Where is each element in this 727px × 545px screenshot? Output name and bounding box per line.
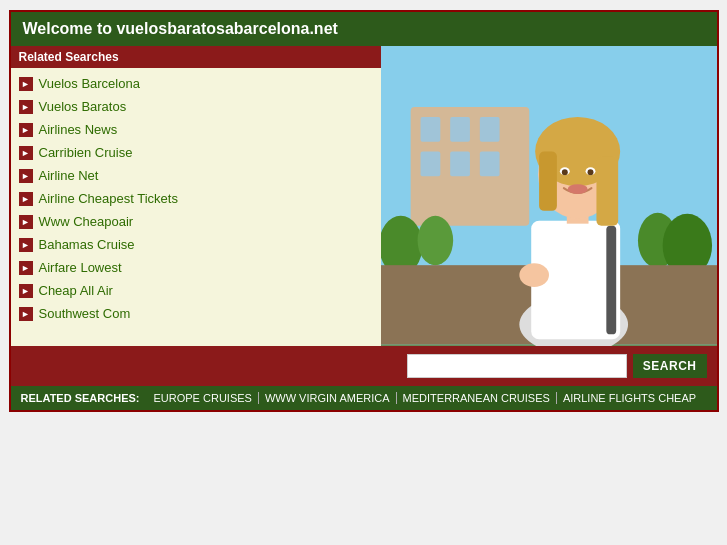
svg-rect-2 (420, 117, 440, 142)
svg-point-25 (567, 184, 587, 194)
arrow-icon: ► (19, 100, 33, 114)
right-panel (381, 46, 717, 346)
arrow-icon: ► (19, 146, 33, 160)
list-item[interactable]: ► Airline Cheapest Tickets (11, 187, 381, 210)
arrow-icon: ► (19, 123, 33, 137)
site-header: Welcome to vuelosbaratosabarcelona.net (11, 12, 717, 46)
list-item[interactable]: ► Airline Net (11, 164, 381, 187)
search-input[interactable] (407, 354, 627, 378)
svg-rect-3 (450, 117, 470, 142)
arrow-icon: ► (19, 169, 33, 183)
svg-point-23 (561, 169, 567, 175)
related-searches-header: Related Searches (11, 46, 381, 68)
site-title: Welcome to vuelosbaratosabarcelona.net (23, 20, 338, 37)
list-item[interactable]: ► Southwest Com (11, 302, 381, 325)
footer-bar: RELATED SEARCHES: EUROPE CRUISES WWW VIR… (11, 386, 717, 410)
list-item[interactable]: ► Bahamas Cruise (11, 233, 381, 256)
list-item[interactable]: ► Airfare Lowest (11, 256, 381, 279)
list-item[interactable]: ► Vuelos Baratos (11, 95, 381, 118)
svg-point-24 (587, 169, 593, 175)
footer-link-mediterranean-cruises[interactable]: MEDITERRANEAN CRUISES (397, 392, 557, 404)
list-item[interactable]: ► Airlines News (11, 118, 381, 141)
footer-link-virgin-america[interactable]: WWW VIRGIN AMERICA (259, 392, 397, 404)
svg-rect-19 (539, 152, 557, 211)
svg-rect-7 (479, 152, 499, 177)
arrow-icon: ► (19, 192, 33, 206)
search-bar: SEARCH (11, 346, 717, 386)
svg-rect-5 (420, 152, 440, 177)
svg-rect-6 (450, 152, 470, 177)
svg-point-26 (519, 263, 549, 287)
left-panel: Related Searches ► Vuelos Barcelona ► Vu… (11, 46, 381, 346)
hero-image (381, 46, 717, 346)
footer-label: RELATED SEARCHES: (21, 392, 140, 404)
list-item[interactable]: ► Carribien Cruise (11, 141, 381, 164)
content-area: Related Searches ► Vuelos Barcelona ► Vu… (11, 46, 717, 346)
arrow-icon: ► (19, 307, 33, 321)
arrow-icon: ► (19, 261, 33, 275)
arrow-icon: ► (19, 284, 33, 298)
svg-rect-4 (479, 117, 499, 142)
list-item[interactable]: ► Cheap All Air (11, 279, 381, 302)
link-list: ► Vuelos Barcelona ► Vuelos Baratos ► Ai… (11, 68, 381, 329)
arrow-icon: ► (19, 77, 33, 91)
list-item[interactable]: ► Www Cheapoair (11, 210, 381, 233)
svg-rect-20 (596, 156, 618, 225)
svg-rect-15 (606, 226, 616, 335)
photo-background (381, 46, 717, 346)
list-item[interactable]: ► Vuelos Barcelona (11, 72, 381, 95)
footer-link-europe-cruises[interactable]: EUROPE CRUISES (147, 392, 258, 404)
arrow-icon: ► (19, 238, 33, 252)
svg-point-9 (417, 216, 453, 265)
footer-link-airline-flights-cheap[interactable]: AIRLINE FLIGHTS CHEAP (557, 392, 702, 404)
search-button[interactable]: SEARCH (633, 354, 707, 378)
arrow-icon: ► (19, 215, 33, 229)
main-container: Welcome to vuelosbaratosabarcelona.net R… (9, 10, 719, 412)
